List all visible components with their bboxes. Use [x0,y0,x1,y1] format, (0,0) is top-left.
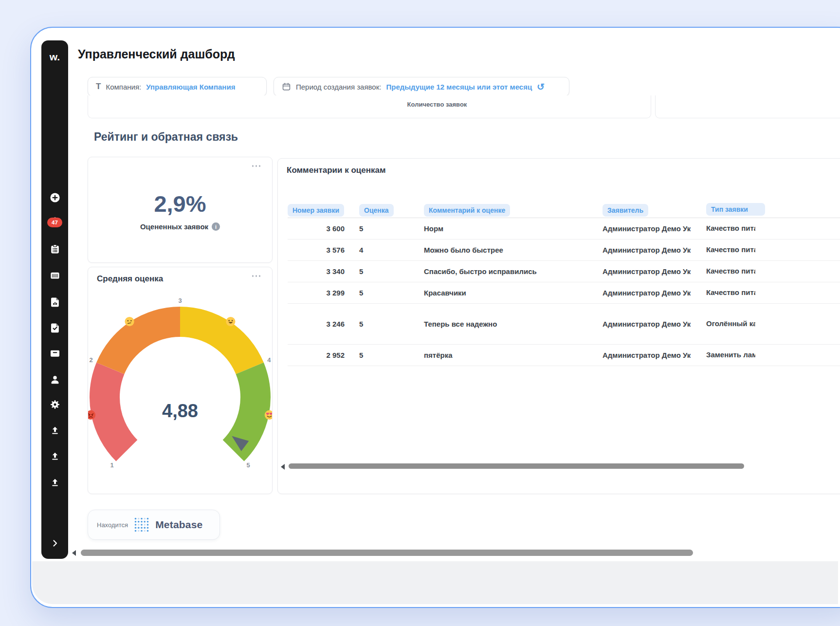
upload-icon[interactable] [49,477,61,489]
company-filter[interactable]: T Компания: Управляющая Компания [88,77,267,96]
period-filter[interactable]: Период создания заявок: Предыдущие 12 ме… [274,77,569,96]
table-row[interactable]: 3 2995КрасавчикиАдминистратор Демо УкКач… [288,282,840,304]
cell-type: Заменить лампочку [691,350,840,360]
gauge-tick-label: 2 [89,356,92,364]
cell-requester: Администратор Демо Ук [587,351,691,359]
user-icon[interactable] [49,374,61,386]
plus-circle-icon[interactable] [49,192,61,203]
page-horizontal-scrollbar[interactable] [81,550,693,556]
count-chart-card-fragment: Количество заявок [88,95,651,118]
table-scroll-left-arrow[interactable] [281,464,285,470]
cell-score: 5 [345,289,408,297]
rated-percentage-label: Оцененных заявок [140,222,208,231]
cell-number: 3 600 [288,224,345,233]
gauge-value: 4,88 [162,401,198,421]
table-row[interactable]: 3 6005НормАдминистратор Демо УкКачество … [288,218,840,239]
cell-score: 5 [345,267,408,276]
located-label: Находится [97,521,128,529]
text-filter-icon: T [96,82,101,92]
company-filter-label: Компания: [106,83,141,91]
cell-comment: Красавчики [408,289,587,297]
gauge-tick-label: 5 [246,461,250,469]
gauge-segment [90,363,137,461]
cell-number: 3 576 [288,246,345,254]
chevron-right-icon[interactable] [49,537,61,549]
table-row[interactable]: 3 3405Спасибо, быстро исправилисьАдминис… [288,261,840,282]
task-check-icon[interactable] [49,322,61,333]
cell-number: 2 952 [288,351,345,359]
info-icon[interactable]: i [212,222,220,231]
upload-icon[interactable] [49,451,61,462]
cell-number: 3 246 [288,320,345,328]
cell-comment: пятёрка [408,351,587,359]
reset-icon[interactable]: ↺ [537,82,545,92]
gauge-tick-label: 4 [267,356,271,364]
notifications-badge[interactable]: 47 [47,218,62,227]
rated-percentage-value: 2,9% [88,190,272,217]
gauge-segment [180,307,264,374]
period-filter-label: Период создания заявок: [296,83,381,91]
table-row[interactable]: 3 5764Можно было быстрееАдминистратор Де… [288,239,840,261]
cell-number: 3 340 [288,267,345,276]
column-header-comment[interactable]: Комментарий к оценке [424,204,510,217]
clipboard-icon[interactable] [49,243,61,255]
column-header-requester[interactable]: Заявитель [603,204,648,217]
page-title: Управленческий дашборд [78,47,235,61]
cell-score: 5 [345,320,408,328]
inbox-icon[interactable] [49,348,61,359]
sidebar: w. 47 [41,40,68,559]
count-chart-axis-label: Количество заявок [407,101,467,108]
gauge-segment [223,363,271,461]
keypad-icon[interactable] [49,270,61,281]
cell-type: Оголённый кабель [691,319,840,329]
cell-requester: Администратор Демо Ук [587,289,691,297]
emoji-confused-icon [125,317,134,326]
calendar-icon [282,82,291,92]
card-menu-ellipsis-icon[interactable] [252,165,261,167]
rated-percentage-card: 2,9% Оцененных заявок i [88,157,273,263]
table-body: 3 6005НормАдминистратор Демо УкКачество … [288,218,840,366]
gauge-chart: 123454,88 [88,267,273,494]
side-card-fragment [655,95,840,118]
cell-requester: Администратор Демо Ук [587,320,691,328]
table-horizontal-scrollbar[interactable] [289,463,744,469]
table-row[interactable]: 3 2465Теперь все надежноАдминистратор Де… [288,304,840,345]
column-header-number[interactable]: Номер заявки [288,204,344,217]
cell-type: Качество питания [691,288,840,298]
window-footer-background [32,561,838,604]
metabase-attribution-badge[interactable]: Находится Metabase [88,510,220,540]
cell-requester: Администратор Демо Ук [587,267,691,276]
company-filter-value: Управляющая Компания [146,83,235,91]
gauge-tick-label: 1 [110,461,113,469]
comments-card: Комментарии к оценкам Номер заявки Оценк… [277,158,840,494]
gauge-segment [96,307,180,374]
column-header-score[interactable]: Оценка [359,204,394,217]
report-chart-icon[interactable] [49,296,61,308]
metabase-brand-label: Metabase [155,519,202,531]
section-title: Рейтинг и обратная связь [94,130,238,144]
period-filter-value: Предыдущие 12 месяцы или этот месяц [386,83,532,91]
table-header-row: Номер заявки Оценка Комментарий к оценке… [288,203,840,218]
metabase-dots-logo [133,516,150,533]
cell-comment: Можно было быстрее [408,246,587,254]
cell-type: Качество питания [691,224,840,234]
screen: w. 47 [0,0,840,626]
upload-icon[interactable] [49,425,61,437]
cell-requester: Администратор Демо Ук [587,224,691,233]
cell-requester: Администратор Демо Ук [587,246,691,254]
cell-comment: Спасибо, быстро исправились [408,267,587,276]
cell-comment: Норм [408,224,587,233]
column-header-type[interactable]: Тип заявки [706,203,765,216]
gauge-tick-label: 3 [178,297,182,304]
comments-card-title: Комментарии к оценкам [287,166,386,175]
gear-icon[interactable] [49,399,61,410]
page-scroll-left-arrow[interactable] [72,550,76,556]
cell-number: 3 299 [288,289,345,297]
cell-type: Качество питания [691,245,840,255]
cell-type: Качество питания [691,267,840,276]
cell-comment: Теперь все надежно [408,320,587,328]
cell-score: 4 [345,246,408,254]
emoji-grin-icon [226,317,235,326]
cell-score: 5 [345,224,408,233]
table-row[interactable]: 2 9525пятёркаАдминистратор Демо УкЗамени… [288,345,840,366]
